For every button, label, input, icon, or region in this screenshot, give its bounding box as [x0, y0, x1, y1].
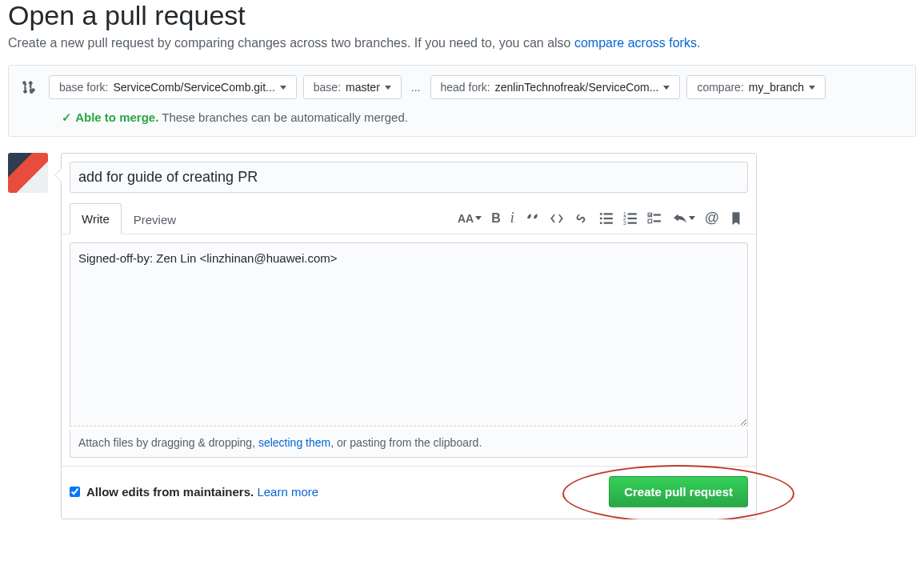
ordered-list-icon[interactable]: 123 [623, 211, 638, 226]
comment-box: Write Preview AA B i 123 [61, 153, 757, 519]
svg-rect-5 [603, 222, 612, 223]
link-icon[interactable] [574, 211, 588, 226]
git-compare-icon [22, 80, 36, 94]
editor-tabs: Write Preview AA B i 123 [62, 202, 756, 234]
create-pull-request-button[interactable]: Create pull request [609, 476, 748, 507]
chevron-down-icon [280, 86, 286, 90]
base-label: base: [314, 81, 341, 94]
svg-rect-14 [654, 220, 661, 222]
unordered-list-icon[interactable] [599, 211, 614, 226]
pr-title-input[interactable] [70, 162, 748, 193]
chevron-down-icon [809, 86, 815, 90]
compare-value: my_branch [749, 81, 804, 94]
subtitle-post: . [697, 36, 700, 50]
svg-point-2 [600, 222, 602, 224]
quote-icon[interactable] [526, 211, 540, 226]
range-editor: base fork: ServiceComb/ServiceComb.git..… [8, 65, 916, 137]
allow-edits-text: Allow edits from maintainers. [86, 485, 254, 499]
code-icon[interactable] [550, 211, 564, 226]
bold-icon[interactable]: B [491, 211, 501, 226]
learn-more-link[interactable]: Learn more [257, 485, 318, 499]
svg-text:3: 3 [623, 219, 626, 225]
task-list-icon[interactable] [647, 211, 662, 226]
tab-preview[interactable]: Preview [122, 204, 188, 234]
reply-icon[interactable] [673, 211, 695, 226]
head-fork-label: head fork: [441, 81, 490, 94]
svg-rect-12 [654, 214, 661, 215]
text-size-icon[interactable]: AA [458, 212, 482, 225]
page-subtitle: Create a new pull request by comparing c… [8, 36, 916, 50]
base-value: master [346, 81, 380, 94]
merge-msg-text: These branches can be automatically merg… [158, 110, 408, 124]
allow-edits-checkbox[interactable] [70, 487, 80, 497]
svg-point-0 [600, 212, 602, 214]
subtitle-text: Create a new pull request by comparing c… [8, 36, 574, 50]
base-fork-select[interactable]: base fork: ServiceComb/ServiceComb.git..… [49, 75, 297, 99]
footer-row: Allow edits from maintainers. Learn more… [62, 466, 756, 519]
mention-icon[interactable]: @ [705, 210, 719, 226]
allow-edits-label[interactable]: Allow edits from maintainers. Learn more [70, 485, 318, 499]
page-title: Open a pull request [8, 0, 916, 31]
markdown-toolbar: AA B i 123 @ [458, 210, 748, 226]
range-ellipsis: ... [408, 81, 424, 94]
attach-pre: Attach files by dragging & dropping, [78, 436, 258, 449]
check-icon: ✓ [62, 110, 72, 124]
head-fork-select[interactable]: head fork: zenlinTechnofreak/ServiceCom.… [430, 75, 681, 99]
base-fork-label: base fork: [59, 81, 108, 94]
base-branch-select[interactable]: base: master [303, 75, 402, 99]
svg-rect-10 [627, 217, 636, 218]
select-files-link[interactable]: selecting them [258, 436, 330, 449]
tab-write[interactable]: Write [70, 203, 122, 234]
attach-hint: Attach files by dragging & dropping, sel… [70, 430, 748, 458]
head-fork-value: zenlinTechnofreak/ServiceCom... [495, 81, 659, 94]
base-fork-value: ServiceComb/ServiceComb.git... [113, 81, 274, 94]
merge-status: ✓ Able to merge. These branches can be a… [62, 110, 902, 125]
chevron-down-icon [663, 86, 670, 90]
chevron-down-icon [385, 86, 391, 90]
italic-icon[interactable]: i [510, 210, 514, 226]
svg-rect-13 [648, 219, 652, 223]
svg-rect-11 [627, 222, 636, 223]
svg-point-1 [600, 217, 602, 219]
svg-rect-9 [627, 213, 636, 214]
avatar[interactable] [8, 153, 48, 193]
bookmark-icon[interactable] [729, 211, 743, 226]
attach-post: , or pasting from the clipboard. [330, 436, 482, 449]
compare-forks-link[interactable]: compare across forks [574, 36, 697, 50]
pr-body-textarea[interactable] [70, 242, 748, 427]
merge-able-text: Able to merge. [75, 110, 158, 124]
svg-rect-3 [603, 213, 612, 214]
svg-rect-4 [603, 217, 612, 218]
compare-branch-select[interactable]: compare: my_branch [686, 75, 826, 99]
compare-label: compare: [697, 81, 743, 94]
